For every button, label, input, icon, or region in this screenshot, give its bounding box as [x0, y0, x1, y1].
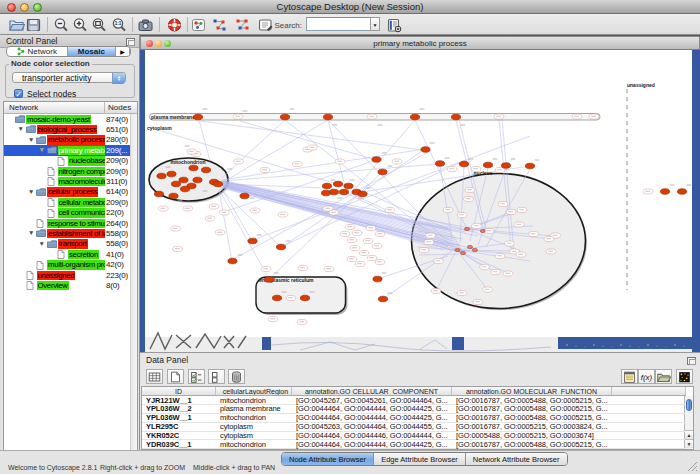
edge[interactable] [240, 121, 380, 161]
gene-node-colored[interactable] [525, 163, 534, 169]
gene-node[interactable] [494, 114, 504, 119]
gene-node[interactable] [286, 295, 296, 300]
gene-node-colored[interactable] [201, 167, 210, 173]
edge[interactable] [356, 120, 415, 188]
tree-row-establishment-of-lo[interactable]: ▼establishment of lo558(0) [4, 228, 130, 238]
expand-arrow-icon[interactable]: ▼ [39, 240, 45, 247]
table-row-ypl036w__1[interactable]: YPL036W__1mitochondrion[GO:0044464, GO:0… [142, 414, 685, 423]
gene-node[interactable] [329, 210, 339, 215]
tab-network-attribute-browser[interactable]: Network Attribute Browser [466, 453, 567, 465]
gene-node[interactable] [187, 149, 197, 154]
tree-row-overview[interactable]: Overview8(0) [4, 280, 130, 290]
layout-blue-icon[interactable] [210, 16, 228, 33]
attribute-select-icon[interactable] [146, 369, 163, 384]
gene-node[interactable] [483, 287, 493, 292]
window-close-button[interactable] [146, 40, 153, 47]
gene-node[interactable] [171, 226, 181, 231]
gene-node[interactable] [503, 271, 513, 276]
expand-arrow-icon[interactable]: ▼ [39, 146, 45, 153]
gene-node-colored[interactable] [464, 227, 469, 230]
tree-row-cell-communicat[interactable]: cell communicat22(0) [4, 208, 130, 218]
gene-node-colored[interactable] [300, 295, 309, 301]
gene-node-colored[interactable] [180, 186, 189, 192]
tree-row-nitrogen-compo[interactable]: nitrogen compo209(0) [4, 166, 130, 176]
network-canvas[interactable]: plasma membranecytoplasmmitochondrionnuc… [145, 50, 692, 353]
gene-node-colored[interactable] [322, 183, 331, 189]
zoom-fit-icon[interactable] [90, 16, 108, 33]
gene-node[interactable] [297, 319, 307, 324]
window-minimize-button[interactable] [155, 40, 162, 47]
heatmap-icon[interactable] [676, 369, 693, 384]
gene-node[interactable] [385, 207, 395, 212]
gene-node[interactable] [183, 206, 193, 211]
gene-node[interactable] [278, 212, 288, 217]
tree-row-mosaic-demo-yeast[interactable]: mosaic-demo-yeast874(0) [4, 114, 130, 124]
tree-row-unassigned[interactable]: unassigned223(0) [4, 270, 130, 280]
gene-node[interactable] [298, 265, 308, 270]
gene-node[interactable] [308, 145, 318, 150]
gene-node[interactable] [268, 316, 278, 321]
gene-node[interactable] [491, 269, 501, 274]
gene-node[interactable] [505, 241, 515, 246]
gene-node[interactable] [514, 222, 524, 227]
expand-arrow-icon[interactable]: ▼ [18, 125, 24, 132]
gene-node[interactable] [324, 266, 334, 271]
zoom-out-icon[interactable] [52, 16, 70, 33]
gene-node[interactable] [546, 249, 556, 254]
gene-node[interactable] [426, 233, 436, 238]
tree-row-secretion[interactable]: secretion41(0) [4, 249, 130, 259]
gene-node-colored[interactable] [455, 248, 460, 251]
gene-node[interactable] [250, 208, 260, 213]
column-header-annotation-go-cellular-component[interactable]: annotation.GO CELLULAR_COMPONENT [292, 387, 452, 396]
gene-node-colored[interactable] [358, 191, 367, 197]
gene-node-colored[interactable] [264, 277, 273, 283]
gene-node-colored[interactable] [421, 147, 430, 153]
table-row-ylr295c[interactable]: YLR295Ccytoplasm[GO:0045263, GO:0044464,… [142, 423, 685, 432]
attribute-list-icon[interactable] [621, 369, 638, 384]
gene-node-colored[interactable] [459, 161, 468, 167]
gene-node[interactable] [261, 266, 271, 271]
gene-node-colored[interactable] [483, 162, 492, 168]
gene-node[interactable] [347, 256, 357, 261]
edge[interactable] [223, 164, 439, 181]
open-file-icon[interactable] [7, 16, 25, 33]
gene-node[interactable] [293, 161, 303, 166]
gene-node[interactable] [464, 196, 474, 201]
gene-node[interactable] [209, 204, 219, 209]
gene-node-colored[interactable] [213, 181, 222, 187]
expand-arrow-icon[interactable]: ▼ [28, 229, 34, 236]
network-window-titlebar[interactable]: primary metabolic process [140, 36, 700, 50]
import-table-icon[interactable] [655, 369, 672, 384]
gene-node[interactable] [352, 230, 362, 235]
gene-node-colored[interactable] [171, 181, 180, 187]
expand-arrow-icon[interactable]: ▼ [28, 136, 34, 143]
gene-node[interactable] [347, 237, 357, 242]
scroll-up-icon[interactable]: ▲ [685, 430, 693, 439]
tree-row-macromolecule[interactable]: macromolecule311(0) [4, 176, 130, 186]
advanced-search-icon[interactable] [385, 16, 403, 33]
gene-node[interactable] [517, 207, 527, 212]
gene-node-colored[interactable] [460, 251, 465, 254]
gene-node-colored[interactable] [451, 114, 460, 120]
gene-node-colored[interactable] [435, 161, 444, 167]
tree-row-cellular-metabo[interactable]: cellular metabo209(0) [4, 197, 130, 207]
gene-node[interactable] [589, 114, 599, 119]
gene-node[interactable] [544, 236, 554, 241]
float-panel-icon[interactable] [126, 38, 135, 46]
float-panel-icon[interactable] [687, 357, 696, 365]
unselect-all-attributes-icon[interactable] [208, 369, 225, 384]
zoom-actual-icon[interactable]: 1:1 [110, 16, 128, 33]
expand-arrow-icon[interactable]: ▼ [28, 188, 34, 195]
gene-node[interactable] [443, 207, 453, 212]
tree-row-transport[interactable]: ▼transport558(0) [4, 239, 130, 249]
gene-node[interactable] [215, 230, 225, 235]
gene-node-colored[interactable] [344, 183, 353, 189]
gene-node-colored[interactable] [333, 181, 342, 187]
gene-node-colored[interactable] [154, 191, 163, 197]
gene-node-colored[interactable] [467, 245, 472, 248]
gene-node-colored[interactable] [323, 114, 332, 120]
gene-node-colored[interactable] [501, 163, 510, 169]
gene-node[interactable] [495, 253, 505, 258]
tree-scrollbar[interactable] [130, 114, 137, 452]
delete-attribute-icon[interactable] [228, 369, 245, 384]
